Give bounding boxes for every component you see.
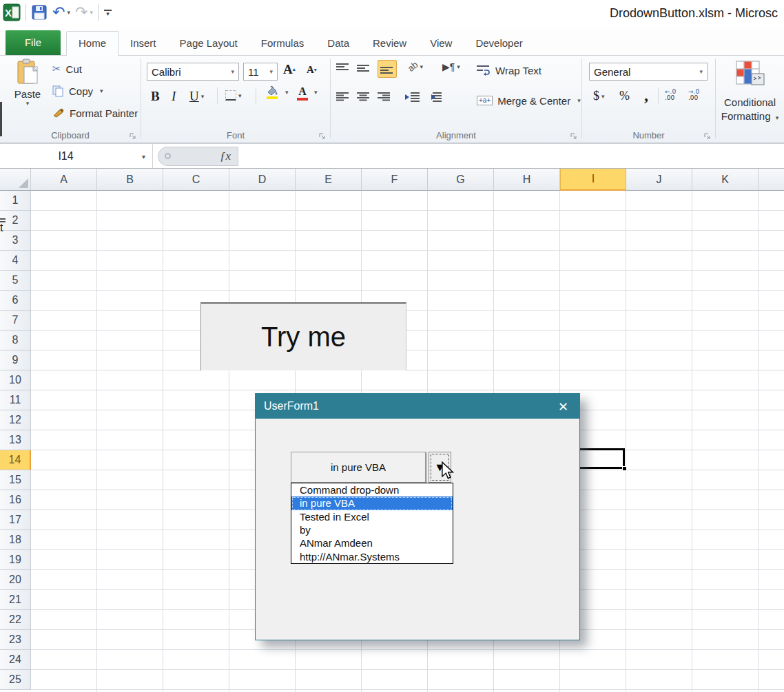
- row-header-19[interactable]: 19: [0, 550, 31, 570]
- column-header-C[interactable]: C: [163, 169, 229, 191]
- row-header-21[interactable]: 21: [0, 590, 31, 610]
- column-header-B[interactable]: B: [97, 169, 163, 191]
- underline-button[interactable]: U▾: [189, 89, 204, 104]
- italic-button[interactable]: I: [172, 89, 176, 104]
- decrease-indent-button[interactable]: [405, 92, 420, 103]
- row-header-5[interactable]: 5: [0, 271, 31, 291]
- borders-button[interactable]: ▾: [225, 90, 242, 101]
- dropdown-item[interactable]: http://ANmar.Systems: [291, 550, 453, 563]
- dropdown-item[interactable]: ANmar Amdeen: [291, 536, 453, 549]
- dropdown-item[interactable]: by: [291, 523, 453, 536]
- copy-button[interactable]: Copy ▾: [52, 82, 103, 100]
- chevron-down-icon[interactable]: ▾: [67, 9, 70, 16]
- row-header-7[interactable]: 7: [0, 311, 31, 331]
- column-header-E[interactable]: E: [296, 169, 362, 191]
- row-header-25[interactable]: 25: [0, 670, 31, 690]
- row-header-18[interactable]: 18: [0, 530, 31, 550]
- combo-field[interactable]: in pure VBA: [291, 452, 426, 483]
- row-header-14[interactable]: 14: [0, 450, 31, 470]
- increase-decimal-button[interactable]: ←.0.00: [665, 89, 676, 101]
- fill-color-dropdown[interactable]: ▾: [283, 89, 289, 96]
- merge-center-button[interactable]: +a+ Merge & Center ▾: [477, 92, 581, 109]
- row-header-15[interactable]: 15: [0, 470, 31, 490]
- align-center-button[interactable]: [357, 92, 371, 103]
- currency-button[interactable]: $ ▾: [593, 89, 605, 103]
- dropdown-item[interactable]: Command drop-down: [291, 483, 453, 496]
- column-header-J[interactable]: J: [626, 169, 692, 191]
- format-painter-button[interactable]: Format Painter: [52, 104, 138, 122]
- align-top-button[interactable]: [336, 63, 350, 74]
- comma-button[interactable]: ,: [644, 86, 648, 105]
- row-header-3[interactable]: 3: [0, 231, 31, 251]
- column-header-A[interactable]: A: [31, 169, 97, 191]
- redo-button[interactable]: ↷▾: [75, 5, 93, 20]
- chevron-down-icon[interactable]: ▾: [142, 153, 145, 160]
- number-format-select[interactable]: General ▾: [589, 63, 708, 81]
- tab-data[interactable]: Data: [316, 31, 361, 55]
- row-header-16[interactable]: 16: [0, 490, 31, 510]
- decrease-decimal-button[interactable]: →.0.00: [688, 89, 699, 101]
- clipboard-dialog-launcher[interactable]: [129, 131, 137, 139]
- font-color-dropdown[interactable]: ▾: [312, 89, 318, 96]
- name-box[interactable]: I14 ▾: [0, 144, 153, 168]
- insert-function-button[interactable]: ƒx: [158, 147, 238, 166]
- font-dialog-launcher[interactable]: [318, 131, 327, 139]
- tab-insert[interactable]: Insert: [118, 31, 168, 55]
- select-all-button[interactable]: [0, 169, 31, 191]
- row-header-24[interactable]: 24: [0, 650, 31, 670]
- dropdown-item[interactable]: Tested in Excel: [291, 510, 453, 523]
- tab-file[interactable]: File: [6, 30, 61, 55]
- percent-button[interactable]: %: [619, 89, 630, 103]
- try-me-button[interactable]: Try me: [200, 302, 406, 370]
- chevron-down-icon[interactable]: ▾: [7, 100, 48, 107]
- column-header-K[interactable]: K: [692, 169, 759, 191]
- row-header-22[interactable]: 22: [0, 610, 31, 630]
- text-direction-button[interactable]: ▶¶ ▾: [442, 61, 460, 72]
- close-button[interactable]: ✕: [555, 399, 571, 414]
- column-header-G[interactable]: G: [428, 169, 494, 191]
- row-header-9[interactable]: 9: [0, 350, 31, 370]
- row-header-10[interactable]: 10: [0, 370, 31, 390]
- fill-color-button[interactable]: [265, 86, 279, 99]
- undo-button[interactable]: ↶▾: [52, 5, 70, 20]
- row-header-13[interactable]: 13: [0, 430, 31, 450]
- align-left-button[interactable]: [336, 92, 350, 103]
- row-header-12[interactable]: 12: [0, 410, 31, 430]
- conditional-formatting-label[interactable]: Conditional Formatting ▾: [716, 96, 784, 125]
- column-header-H[interactable]: H: [494, 169, 560, 191]
- grow-font-button[interactable]: A▴: [283, 63, 296, 76]
- chevron-down-icon[interactable]: ▾: [201, 93, 205, 100]
- tab-view[interactable]: View: [418, 31, 464, 55]
- tab-formulas[interactable]: Formulas: [249, 31, 316, 55]
- font-name-select[interactable]: Calibri ▾: [147, 63, 239, 81]
- row-header-8[interactable]: 8: [0, 331, 31, 350]
- customize-qat-button[interactable]: ▾: [103, 10, 112, 16]
- align-bottom-button[interactable]: [378, 60, 397, 78]
- row-header-1[interactable]: 1: [0, 191, 31, 211]
- row-header-6[interactable]: 6: [0, 291, 31, 311]
- cut-button[interactable]: ✂ Cut: [52, 60, 82, 78]
- align-right-button[interactable]: [378, 92, 391, 103]
- font-size-select[interactable]: 11 ▾: [243, 63, 278, 81]
- number-dialog-launcher[interactable]: [703, 131, 712, 139]
- row-header-20[interactable]: 20: [0, 570, 31, 590]
- alignment-dialog-launcher[interactable]: [570, 131, 578, 139]
- row-header-11[interactable]: 11: [0, 390, 31, 410]
- save-button[interactable]: [31, 4, 48, 21]
- wrap-text-button[interactable]: Wrap Text: [477, 61, 541, 79]
- increase-indent-button[interactable]: [427, 92, 442, 103]
- column-header-D[interactable]: D: [229, 169, 296, 191]
- bold-button[interactable]: B: [151, 89, 160, 104]
- orientation-button[interactable]: ab ▾: [408, 61, 423, 72]
- dropdown-item[interactable]: in pure VBA: [291, 496, 453, 510]
- userform-titlebar[interactable]: UserForm1 ✕: [256, 394, 579, 419]
- paste-button[interactable]: Paste ▾: [7, 59, 48, 125]
- formula-input[interactable]: [239, 144, 784, 168]
- align-middle-button[interactable]: [357, 63, 371, 74]
- column-header-I[interactable]: I: [560, 169, 626, 191]
- tab-page-layout[interactable]: Page Layout: [168, 31, 249, 55]
- tab-review[interactable]: Review: [361, 31, 418, 55]
- tab-home[interactable]: Home: [66, 31, 118, 56]
- row-header-4[interactable]: 4: [0, 251, 31, 271]
- row-header-17[interactable]: 17: [0, 510, 31, 530]
